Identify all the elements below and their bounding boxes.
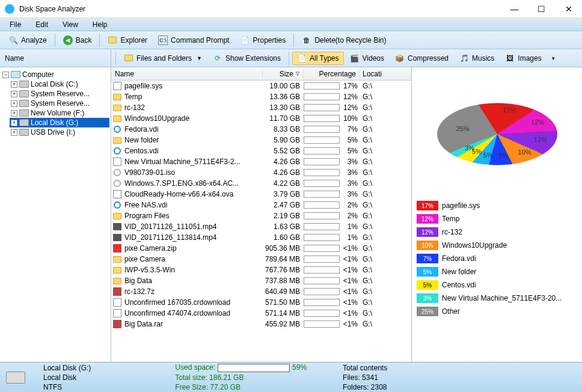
col-location[interactable]: Locati	[360, 70, 389, 78]
tree-drive-item[interactable]: +System Reserve...	[10, 99, 109, 108]
delete-button[interactable]: 🗑Delete(to Recycle Bin)	[297, 34, 391, 47]
tree-drive-item[interactable]: +USB Drive (I:)	[10, 127, 109, 137]
file-row[interactable]: V980739-01.iso4.26 GB3%G:\	[111, 167, 411, 178]
legend-label: Windows10Upgrade	[442, 241, 577, 250]
file-name: Big Data	[124, 277, 263, 285]
legend-item[interactable]: 3%New Virtual Machine_5711E4F3-20...	[417, 292, 577, 305]
file-row[interactable]: Windows10Upgrade11.70 GB10%G:\	[111, 113, 411, 124]
percentage-bar	[304, 212, 340, 219]
tree-drive-item[interactable]: +New Volume (F:)	[10, 108, 109, 118]
file-type-icon	[112, 179, 122, 188]
file-location: G:\	[360, 179, 384, 188]
file-row[interactable]: Free NAS.vdi2.47 GB2%G:\	[111, 200, 411, 210]
command-prompt-button[interactable]: C:\Command Prompt	[153, 34, 234, 47]
file-row[interactable]: pixe Camera789.64 MB<1%G:\	[111, 254, 411, 265]
pie-slice-label: 17%	[503, 106, 516, 114]
back-button[interactable]: ◄Back	[58, 34, 97, 47]
expand-icon[interactable]: +	[11, 129, 17, 136]
explorer-button[interactable]: Explorer	[103, 34, 152, 47]
properties-button[interactable]: 📄Properties	[235, 34, 290, 47]
filter-all-types[interactable]: 📄All Types	[292, 52, 343, 65]
file-row[interactable]: Temp13.36 GB12%G:\	[111, 91, 411, 102]
drive-icon	[19, 100, 29, 107]
percentage-bar	[304, 136, 340, 144]
file-row[interactable]: Unconfirmed 167035.crdownload571.50 MB<1…	[111, 297, 411, 308]
col-size[interactable]: Size▽	[263, 70, 304, 78]
file-row[interactable]: VID_20171126_113814.mp41.60 GB1%G:\	[111, 232, 411, 243]
legend-item[interactable]: 10%Windows10Upgrade	[417, 239, 577, 252]
legend-item[interactable]: 17%pagefile.sys	[417, 199, 577, 212]
file-row[interactable]: rc-132.7z640.49 MB<1%G:\	[111, 286, 411, 297]
legend-label: Fedora.vdi	[442, 254, 577, 263]
file-row[interactable]: Big Data737.88 MB<1%G:\	[111, 275, 411, 286]
file-row[interactable]: pixe Camera.zip905.36 MB<1%G:\	[111, 243, 411, 254]
file-size: 5.90 GB	[263, 136, 304, 144]
close-button[interactable]: ✕	[555, 0, 582, 18]
file-row[interactable]: VID_20171126_111051.mp41.63 GB1%G:\	[111, 221, 411, 232]
drive-tree[interactable]: − Computer +Local Disk (C:)+System Reser…	[0, 67, 111, 362]
file-row[interactable]: Fedora.vdi8.33 GB7%G:\	[111, 124, 411, 135]
filter-images[interactable]: 🖼Images	[500, 52, 546, 65]
percentage-bar	[304, 169, 340, 176]
legend-item[interactable]: 5%Centos.vdi	[417, 278, 577, 292]
file-type-icon	[112, 168, 122, 177]
files-folders-dropdown[interactable]: Files and Folders▼	[119, 52, 207, 65]
file-row[interactable]: Unconfirmed 474074.crdownload571.14 MB<1…	[111, 308, 411, 319]
filter-musics[interactable]: 🎵Musics	[455, 52, 499, 65]
analyze-button[interactable]: 🔍Analyze	[4, 34, 52, 47]
file-location: G:\	[360, 190, 384, 198]
col-percentage[interactable]: Percentage	[304, 70, 360, 78]
menu-help[interactable]: Help	[87, 19, 114, 30]
file-size: 8.33 GB	[263, 125, 304, 133]
file-name: New folder	[124, 136, 263, 144]
main-toolbar: 🔍Analyze ◄Back Explorer C:\Command Promp…	[0, 31, 582, 49]
file-row[interactable]: Centos.vdi5.52 GB5%G:\	[111, 145, 411, 156]
menu-file[interactable]: File	[4, 19, 27, 30]
tree-drive-item[interactable]: +Local Disk (C:)	[10, 79, 109, 89]
filter-videos[interactable]: 🎬Videos	[345, 52, 389, 65]
status-folders-count: Folders: 2308	[343, 383, 387, 391]
filter-compressed[interactable]: 📦Compressed	[390, 52, 453, 65]
legend-item[interactable]: 12%Temp	[417, 212, 577, 225]
file-row[interactable]: pagefile.sys19.00 GB17%G:\	[111, 81, 411, 91]
file-row[interactable]: Windows.7.SP1.ENG.x86-x64.AC...4.22 GB3%…	[111, 178, 411, 189]
file-row[interactable]: New Virtual Machine_5711E4F3-2...4.26 GB…	[111, 156, 411, 167]
main-area: − Computer +Local Disk (C:)+System Reser…	[0, 67, 582, 362]
legend-item[interactable]: 25%Other	[417, 305, 577, 318]
file-type-icon	[112, 276, 122, 286]
properties-icon: 📄	[240, 35, 250, 45]
expand-icon[interactable]: +	[11, 91, 17, 97]
col-name[interactable]: Name	[111, 70, 263, 78]
percentage-text: 2%	[341, 201, 360, 209]
expand-icon[interactable]: +	[11, 110, 17, 117]
filter-more-dropdown[interactable]: ▾	[548, 54, 557, 63]
legend-label: Centos.vdi	[442, 281, 577, 289]
expand-icon[interactable]: +	[11, 81, 17, 88]
tree-drive-item[interactable]: +Local Disk (G:)	[10, 118, 109, 127]
legend-item[interactable]: 5%New folder	[417, 265, 577, 278]
file-pane: Name Size▽ Percentage Locati pagefile.sy…	[111, 67, 412, 362]
file-location: G:\	[360, 320, 384, 328]
percentage-text: 12%	[341, 93, 360, 101]
legend-item[interactable]: 12%rc-132	[417, 225, 577, 239]
file-list[interactable]: pagefile.sys19.00 GB17%G:\Temp13.36 GB12…	[111, 81, 411, 362]
file-row[interactable]: CloudReady-Home-v66.4-x64.ova3.79 GB3%G:…	[111, 189, 411, 200]
file-row[interactable]: Program Files2.19 GB2%G:\	[111, 210, 411, 221]
file-row[interactable]: rc-13213.30 GB12%G:\	[111, 102, 411, 113]
legend-item[interactable]: 7%Fedora.vdi	[417, 252, 577, 265]
tree-drive-item[interactable]: +System Reserve...	[10, 89, 109, 99]
show-extensions-button[interactable]: ⟳Show Extensions	[208, 52, 286, 65]
maximize-button[interactable]: ☐	[528, 0, 555, 18]
collapse-icon[interactable]: −	[2, 72, 9, 78]
file-row[interactable]: IWP-v5.3.5-Win767.76 MB<1%G:\	[111, 265, 411, 275]
minimize-button[interactable]: —	[501, 0, 528, 18]
file-row[interactable]: New folder5.90 GB5%G:\	[111, 135, 411, 145]
file-row[interactable]: Big Data.rar455.92 MB<1%G:\	[111, 319, 411, 329]
expand-icon[interactable]: +	[11, 120, 17, 126]
tree-root-computer[interactable]: − Computer	[1, 70, 109, 79]
file-size: 4.22 GB	[263, 179, 304, 188]
menu-edit[interactable]: Edit	[29, 19, 54, 30]
status-filesystem: NTFS	[43, 383, 91, 391]
menu-view[interactable]: View	[57, 19, 84, 30]
expand-icon[interactable]: +	[11, 100, 17, 107]
